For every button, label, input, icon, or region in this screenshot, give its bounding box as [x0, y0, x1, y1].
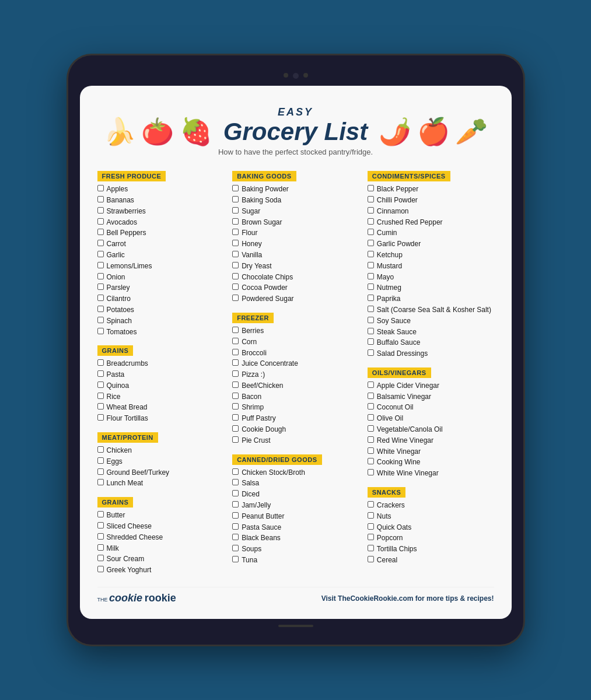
list-item[interactable]: White Vinegar [368, 447, 494, 457]
list-item[interactable]: Garlic Powder [368, 239, 494, 249]
checkbox[interactable] [97, 468, 104, 475]
checkbox[interactable] [97, 185, 104, 191]
list-item[interactable]: Nutmeg [368, 283, 494, 293]
list-item[interactable]: Buffalo Sauce [368, 338, 494, 348]
list-item[interactable]: Chilli Powder [368, 195, 494, 205]
checkbox[interactable] [97, 207, 104, 214]
list-item[interactable]: Tortilla Chips [368, 544, 494, 554]
checkbox[interactable] [232, 534, 239, 540]
list-item[interactable]: Baking Powder [232, 184, 359, 194]
list-item[interactable]: Onion [97, 272, 224, 282]
checkbox[interactable] [368, 534, 374, 540]
checkbox[interactable] [232, 218, 239, 225]
list-item[interactable]: Sour Cream [97, 554, 224, 564]
checkbox[interactable] [368, 317, 374, 323]
list-item[interactable]: Apple Cider Vinegar [368, 381, 494, 391]
list-item[interactable]: Bacon [232, 392, 359, 402]
list-item[interactable]: Flour [232, 228, 359, 238]
list-item[interactable]: Breadcrumbs [97, 359, 224, 369]
list-item[interactable]: Diced [232, 489, 359, 499]
checkbox[interactable] [97, 317, 104, 323]
checkbox[interactable] [232, 479, 239, 485]
checkbox[interactable] [97, 555, 104, 561]
checkbox[interactable] [97, 457, 104, 464]
list-item[interactable]: Beef/Chicken [232, 381, 359, 391]
list-item[interactable]: Shredded Cheese [97, 533, 224, 542]
list-item[interactable]: Popcorn [368, 533, 494, 543]
checkbox[interactable] [368, 295, 374, 301]
checkbox[interactable] [232, 468, 239, 475]
list-item[interactable]: Strawberries [97, 206, 224, 216]
checkbox[interactable] [368, 262, 374, 268]
list-item[interactable]: Tomatoes [97, 327, 224, 337]
checkbox[interactable] [368, 306, 374, 312]
list-item[interactable]: Dry Yeast [232, 261, 359, 271]
checkbox[interactable] [368, 447, 374, 454]
checkbox[interactable] [368, 338, 374, 345]
list-item[interactable]: Broccoli [232, 348, 359, 358]
list-item[interactable]: Milk [97, 544, 224, 554]
checkbox[interactable] [97, 240, 104, 246]
list-item[interactable]: Nuts [368, 512, 494, 522]
checkbox[interactable] [232, 207, 239, 214]
list-item[interactable]: Spinach [97, 316, 224, 326]
list-item[interactable]: Shrimp [232, 402, 359, 412]
list-item[interactable]: Eggs [97, 457, 224, 467]
list-item[interactable]: Peanut Butter [232, 512, 359, 522]
list-item[interactable]: Cookie Dough [232, 425, 359, 435]
list-item[interactable]: Red Wine Vinegar [368, 436, 494, 446]
checkbox[interactable] [232, 403, 239, 410]
list-item[interactable]: Jam/Jelly [232, 501, 359, 510]
checkbox[interactable] [97, 295, 104, 301]
checkbox[interactable] [232, 436, 239, 443]
list-item[interactable]: Greek Yoghurt [97, 565, 224, 575]
checkbox[interactable] [368, 196, 374, 202]
checkbox[interactable] [97, 522, 104, 528]
checkbox[interactable] [97, 511, 104, 517]
list-item[interactable]: White Wine Vinegar [368, 468, 494, 478]
checkbox[interactable] [232, 501, 239, 508]
checkbox[interactable] [232, 382, 239, 388]
checkbox[interactable] [97, 414, 104, 421]
checkbox[interactable] [368, 512, 374, 519]
checkbox[interactable] [368, 403, 374, 410]
list-item[interactable]: Vanilla [232, 250, 359, 260]
checkbox[interactable] [232, 284, 239, 290]
checkbox[interactable] [368, 185, 374, 191]
list-item[interactable]: Quick Oats [368, 523, 494, 533]
checkbox[interactable] [97, 479, 104, 485]
checkbox[interactable] [97, 284, 104, 290]
checkbox[interactable] [232, 262, 239, 268]
checkbox[interactable] [97, 196, 104, 202]
checkbox[interactable] [368, 251, 374, 257]
list-item[interactable]: Olive Oil [368, 414, 494, 424]
checkbox[interactable] [368, 436, 374, 443]
list-item[interactable]: Salad Dressings [368, 349, 494, 359]
list-item[interactable]: Cooking Wine [368, 457, 494, 467]
list-item[interactable]: Ketchup [368, 250, 494, 260]
list-item[interactable]: Pasta Sauce [232, 523, 359, 533]
checkbox[interactable] [368, 349, 374, 356]
list-item[interactable]: Vegetable/Canola Oil [368, 425, 494, 435]
checkbox[interactable] [368, 469, 374, 475]
list-item[interactable]: Bananas [97, 195, 224, 205]
checkbox[interactable] [97, 544, 104, 551]
checkbox[interactable] [232, 512, 239, 519]
checkbox[interactable] [232, 240, 239, 246]
list-item[interactable]: Puff Pastry [232, 414, 359, 424]
list-item[interactable]: Corn [232, 337, 359, 347]
list-item[interactable]: Salsa [232, 478, 359, 488]
list-item[interactable]: Tuna [232, 555, 359, 565]
list-item[interactable]: Coconut Oil [368, 402, 494, 412]
list-item[interactable]: Juice Concentrate [232, 359, 359, 369]
checkbox[interactable] [232, 338, 239, 344]
checkbox[interactable] [232, 229, 239, 235]
list-item[interactable]: Brown Sugar [232, 218, 359, 228]
checkbox[interactable] [232, 545, 239, 551]
checkbox[interactable] [232, 295, 239, 301]
list-item[interactable]: Salt (Coarse Sea Salt & Kosher Salt) [368, 305, 494, 315]
list-item[interactable]: Soy Sauce [368, 316, 494, 326]
checkbox[interactable] [232, 414, 239, 421]
list-item[interactable]: Balsamic Vinegar [368, 392, 494, 402]
checkbox[interactable] [232, 556, 239, 562]
